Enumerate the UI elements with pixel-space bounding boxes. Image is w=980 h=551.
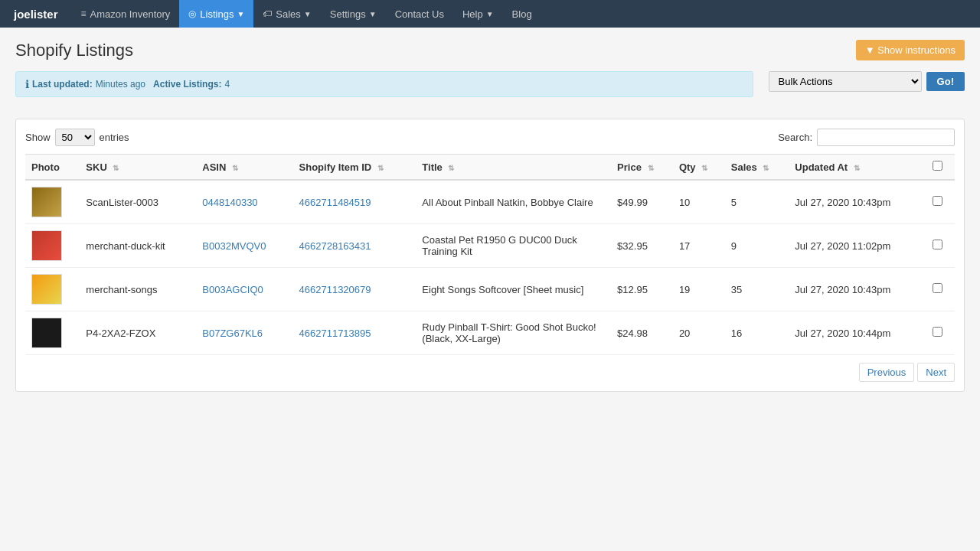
price-cell: $24.98 xyxy=(611,311,673,355)
nav-item-amazon-inventory[interactable]: ≡ Amazon Inventory xyxy=(72,0,180,28)
photo-cell xyxy=(25,311,80,355)
sales-dropdown-arrow: ▼ xyxy=(304,10,312,18)
shopify-item-id-link[interactable]: 4662711484519 xyxy=(299,197,371,208)
listings-icon: ◎ xyxy=(188,8,196,19)
price-cell: $32.95 xyxy=(611,224,673,268)
nav-item-sales[interactable]: 🏷 Sales ▼ xyxy=(253,0,320,28)
sku-cell: ScanLister-0003 xyxy=(80,180,196,224)
title-cell: Coastal Pet R1950 G DUC00 Duck Training … xyxy=(416,224,611,268)
sales-cell: 16 xyxy=(725,311,789,355)
price-cell: $12.95 xyxy=(611,268,673,311)
table-header: Photo SKU ⇅ ASIN ⇅ Shopify Item ID ⇅ xyxy=(25,155,955,181)
nav-item-blog[interactable]: Blog xyxy=(503,0,541,28)
nav-item-help[interactable]: Help ▼ xyxy=(453,0,503,28)
go-button[interactable]: Go! xyxy=(926,72,965,91)
search-label: Search: xyxy=(778,132,812,143)
col-title[interactable]: Title ⇅ xyxy=(416,155,611,181)
asin-cell: B003AGCIQ0 xyxy=(196,268,292,311)
table-row: ScanLister-000304481403304662711484519Al… xyxy=(25,180,955,224)
shopify-item-id-link[interactable]: 4662711713895 xyxy=(299,328,371,339)
shopify-item-id-sort-icon: ⇅ xyxy=(377,164,384,172)
col-price[interactable]: Price ⇅ xyxy=(611,155,673,181)
nav-item-contact-us[interactable]: Contact Us xyxy=(386,0,453,28)
asin-cell: B0032MVQV0 xyxy=(196,224,292,268)
nav-item-settings[interactable]: Settings ▼ xyxy=(321,0,386,28)
info-icon: ℹ xyxy=(25,78,29,90)
title-cell: All About Pinball Natkin, Bobbye Claire xyxy=(416,180,611,224)
product-photo xyxy=(31,230,62,261)
sku-sort-icon: ⇅ xyxy=(113,164,119,172)
title-cell: Rudy Pinball T-Shirt: Good Shot Bucko! (… xyxy=(416,311,611,355)
col-sku-label: SKU xyxy=(86,161,106,173)
listings-dropdown-arrow: ▼ xyxy=(237,10,244,18)
col-shopify-item-id[interactable]: Shopify Item ID ⇅ xyxy=(293,155,416,181)
row-checkbox[interactable] xyxy=(933,327,942,337)
row-checkbox[interactable] xyxy=(933,196,942,206)
col-updated-at-label: Updated At xyxy=(795,161,848,173)
col-price-label: Price xyxy=(617,161,642,173)
asin-link[interactable]: 0448140330 xyxy=(202,197,257,208)
show-label: Show xyxy=(25,132,51,143)
nav-label-contact-us: Contact Us xyxy=(395,8,444,20)
next-button[interactable]: Next xyxy=(917,363,955,382)
navbar: joelister ≡ Amazon Inventory ◎ Listings … xyxy=(0,0,980,28)
checkbox-cell xyxy=(926,224,955,268)
qty-cell: 19 xyxy=(673,268,725,311)
brand-logo[interactable]: joelister xyxy=(8,8,64,21)
updated-at-sort-icon: ⇅ xyxy=(854,164,860,172)
row-checkbox[interactable] xyxy=(933,240,942,249)
updated-at-cell: Jul 27, 2020 11:02pm xyxy=(789,224,926,268)
search-input[interactable] xyxy=(817,129,955,146)
bulk-actions-select[interactable]: Bulk Actions xyxy=(769,71,922,92)
bulk-actions-row: Bulk Actions Go! xyxy=(769,71,965,92)
entries-select[interactable]: 50 25 100 xyxy=(55,129,95,146)
previous-button[interactable]: Previous xyxy=(859,363,915,382)
asin-sort-icon: ⇅ xyxy=(232,164,238,172)
checkbox-cell xyxy=(926,180,955,224)
col-updated-at[interactable]: Updated At ⇅ xyxy=(789,155,926,181)
row-checkbox[interactable] xyxy=(933,283,942,293)
col-qty-label: Qty xyxy=(679,161,696,173)
updated-at-cell: Jul 27, 2020 10:43pm xyxy=(789,180,926,224)
qty-cell: 20 xyxy=(673,311,725,355)
sales-cell: 35 xyxy=(725,268,789,311)
sales-cell: 9 xyxy=(725,224,789,268)
col-asin[interactable]: ASIN ⇅ xyxy=(196,155,292,181)
shopify-item-id-link[interactable]: 4662728163431 xyxy=(299,240,371,252)
show-instructions-button[interactable]: ▼ Show instructions xyxy=(856,40,965,60)
table-controls: Show 50 25 100 entries Search: xyxy=(25,129,955,146)
qty-cell: 10 xyxy=(673,180,725,224)
photo-cell xyxy=(25,268,80,311)
page-container: Shopify Listings ▼ Show instructions ℹ L… xyxy=(0,28,980,404)
col-sales-label: Sales xyxy=(731,161,757,173)
shopify-item-id-link[interactable]: 4662711320679 xyxy=(299,284,371,295)
product-photo xyxy=(31,274,62,305)
photo-cell xyxy=(25,180,80,224)
title-sort-icon: ⇅ xyxy=(448,164,454,172)
col-sales[interactable]: Sales ⇅ xyxy=(725,155,789,181)
shopify-item-id-cell: 4662711713895 xyxy=(293,311,416,355)
sales-cell: 5 xyxy=(725,180,789,224)
asin-link[interactable]: B0032MVQV0 xyxy=(202,240,266,252)
asin-cell: 0448140330 xyxy=(196,180,292,224)
sku-cell: merchant-duck-kit xyxy=(80,224,196,268)
select-all-checkbox[interactable] xyxy=(933,161,942,171)
nav-label-sales: Sales xyxy=(276,8,301,20)
nav-label-help: Help xyxy=(462,8,483,20)
checkbox-cell xyxy=(926,311,955,355)
show-entries: Show 50 25 100 entries xyxy=(25,129,129,146)
col-checkbox xyxy=(926,155,955,181)
asin-link[interactable]: B07ZG67KL6 xyxy=(202,328,263,339)
col-qty[interactable]: Qty ⇅ xyxy=(673,155,725,181)
asin-link[interactable]: B003AGCIQ0 xyxy=(202,284,263,295)
page-title: Shopify Listings xyxy=(15,41,133,60)
updated-at-cell: Jul 27, 2020 10:44pm xyxy=(789,311,926,355)
active-listings-count: 4 xyxy=(224,79,230,90)
sku-cell: merchant-songs xyxy=(80,268,196,311)
table-wrapper: Show 50 25 100 entries Search: Photo xyxy=(15,119,965,392)
nav-item-listings[interactable]: ◎ Listings ▼ xyxy=(179,0,253,28)
qty-cell: 17 xyxy=(673,224,725,268)
col-sku[interactable]: SKU ⇅ xyxy=(80,155,196,181)
nav-label-amazon-inventory: Amazon Inventory xyxy=(90,8,171,20)
nav-label-blog: Blog xyxy=(512,8,532,20)
